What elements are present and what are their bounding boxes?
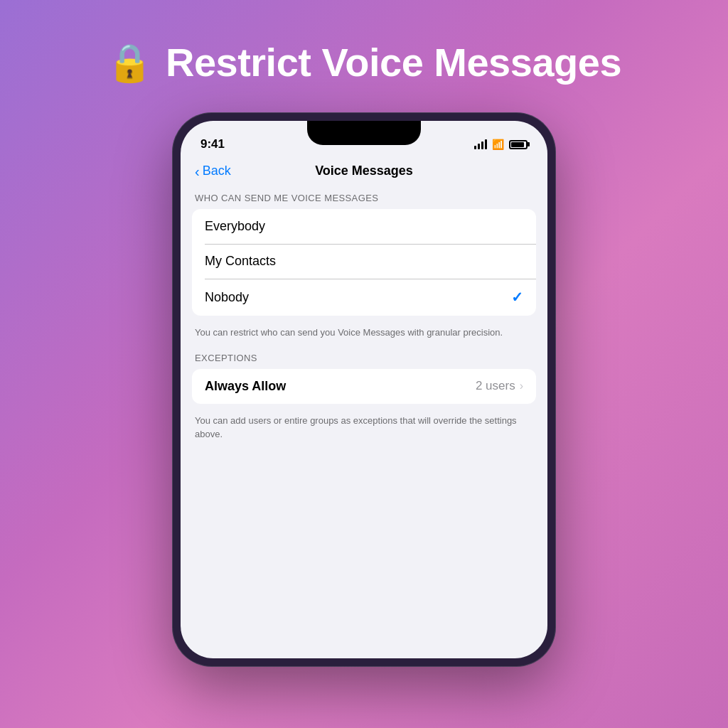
phone-frame: 9:41 📶 ‹ Ba xyxy=(172,112,556,667)
exceptions-footer: You can add users or entire groups as ex… xyxy=(181,408,547,454)
exceptions-section-label: EXCEPTIONS xyxy=(181,353,547,369)
phone-notch xyxy=(307,121,421,145)
back-button[interactable]: ‹ Back xyxy=(195,164,231,178)
exceptions-right-side: 2 users › xyxy=(476,379,523,393)
signal-icon xyxy=(474,139,487,149)
wifi-icon: 📶 xyxy=(492,139,504,150)
users-count: 2 users xyxy=(476,379,515,393)
who-section-label: WHO CAN SEND ME VOICE MESSAGES xyxy=(181,193,547,209)
header-row: 🔒 Restrict Voice Messages xyxy=(107,39,621,85)
nav-bar: ‹ Back Voice Messages xyxy=(181,158,547,187)
nobody-row[interactable]: Nobody ✓ xyxy=(192,279,536,316)
always-allow-row[interactable]: Always Allow 2 users › xyxy=(192,369,536,404)
always-allow-label: Always Allow xyxy=(205,379,286,394)
battery-icon xyxy=(509,140,528,149)
status-time: 9:41 xyxy=(200,137,225,151)
back-label: Back xyxy=(203,164,231,178)
exceptions-group: Always Allow 2 users › xyxy=(192,369,536,404)
nobody-label: Nobody xyxy=(205,290,249,305)
back-chevron-icon: ‹ xyxy=(195,164,200,178)
status-icons: 📶 xyxy=(474,139,528,150)
phone-screen: 9:41 📶 ‹ Ba xyxy=(181,121,547,658)
page-wrapper: 🔒 Restrict Voice Messages 9:41 📶 xyxy=(0,0,728,728)
lock-icon: 🔒 xyxy=(107,44,153,81)
nav-title: Voice Messages xyxy=(315,164,413,178)
page-title: Restrict Voice Messages xyxy=(166,39,621,85)
selected-checkmark-icon: ✓ xyxy=(511,289,523,306)
voice-options-group: Everybody My Contacts Nobody ✓ xyxy=(192,209,536,316)
my-contacts-label: My Contacts xyxy=(205,254,276,269)
who-section-footer: You can restrict who can send you Voice … xyxy=(181,320,547,353)
my-contacts-row[interactable]: My Contacts xyxy=(192,244,536,279)
everybody-row[interactable]: Everybody xyxy=(192,209,536,244)
everybody-label: Everybody xyxy=(205,219,265,234)
chevron-right-icon: › xyxy=(520,380,523,392)
content-area: WHO CAN SEND ME VOICE MESSAGES Everybody… xyxy=(181,187,547,454)
